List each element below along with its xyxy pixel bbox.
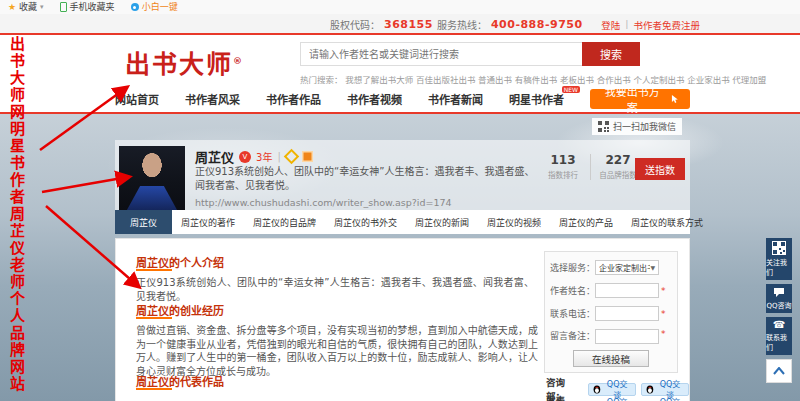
qr-code-icon [598, 121, 609, 132]
index-rank-stat: 113 指数排行 [541, 153, 585, 180]
experience-section-title: 周芷仪的创业经历 [136, 302, 224, 318]
publish-plan-button[interactable]: 我要出书方案 [590, 89, 690, 109]
hot-search-line: 热门搜索： 我想了解出书大师 百佳出版社出书 普通出书 有稿件出书 老板出书 合… [300, 73, 766, 85]
index-rank-label: 指数排行 [541, 169, 585, 180]
nav-item-star-authors-label: 明星书作者 [509, 94, 564, 107]
author-name: 周芷仪 [195, 147, 234, 166]
site-logo[interactable]: 出书大师® [125, 44, 242, 80]
works-section-title: 周芷仪的代表作品 [136, 373, 224, 389]
register-link[interactable]: 书作者免费注册 [633, 18, 700, 32]
brand-index-stat: 227 自品牌指数 [596, 153, 640, 180]
search-bar: 搜索 [300, 42, 640, 66]
submit-button[interactable]: 在线投稿 [573, 350, 649, 367]
search-input[interactable] [300, 42, 582, 66]
tab-videos[interactable]: 周芷仪的视频 [478, 210, 550, 234]
inquiry-form: 选择服务： 企业家定制出书 ▼ 作者姓名： * 联系电话： * [544, 251, 678, 373]
tab-self-brand[interactable]: 周芷仪的自品牌 [244, 210, 325, 234]
note-field-label: 留言备注： [549, 329, 595, 342]
contact-us-label: 联系我们 [766, 332, 792, 352]
contact-us-widget[interactable]: ☎ 联系我们 [766, 317, 792, 355]
works-section-underline [136, 388, 172, 390]
floating-widgets: 关注我们 QQ咨询 ☎ 联系我们 [766, 238, 792, 383]
tab-products[interactable]: 周芷仪的产品 [550, 210, 622, 234]
publish-dept-label: 发表部： [546, 393, 583, 401]
publish-dept-row: 发表部： QQ交谈 QQ交谈 [546, 393, 689, 401]
bookmark-favorite-label: 收藏 [19, 0, 37, 14]
author-motto: 正仪913系统创始人、团队中的“幸运女神”人生格言：遇我者丰、我遇者盛、闻我者富… [195, 165, 540, 193]
circle-app-icon [131, 3, 139, 11]
hotline-value: 400-888-9750 [491, 18, 583, 31]
bookmark-mobile-folder-label: 手机收藏夹 [70, 0, 115, 14]
nav-item-author-videos[interactable]: 书作者视频 [347, 91, 402, 107]
company-info: 股权代码： 368155 服务热线： 400-888-9750 [330, 17, 583, 32]
qq-consult-widget[interactable]: QQ咨询 [766, 284, 792, 313]
bookmark-favorite[interactable]: ★ 收藏 ▾ [8, 0, 44, 14]
bookmark-xiaobai[interactable]: 小白一键 [131, 0, 178, 14]
author-name-field[interactable] [595, 283, 659, 298]
bookmark-mobile-folder[interactable]: 手机收藏夹 [60, 0, 115, 14]
stats-divider [590, 154, 591, 180]
account-links: 登陆 | 书作者免费注册 [601, 18, 700, 32]
mobile-phone-icon [60, 2, 67, 12]
chat-bubble-icon [773, 287, 785, 298]
wechat-scan-tip-label: 扫一扫加我微信 [613, 120, 676, 133]
hot-search-keywords[interactable]: 我想了解出书大师 百佳出版社出书 普通出书 有稿件出书 老板出书 合作出书 个人… [345, 75, 766, 85]
service-select[interactable]: 企业家定制出书 ▼ [595, 260, 659, 275]
phone-field[interactable] [595, 306, 659, 321]
required-mark: * [661, 286, 666, 296]
wechat-scan-tip[interactable]: 扫一扫加我微信 [592, 118, 682, 135]
years-badge: 3年 [256, 149, 272, 164]
note-field[interactable] [595, 329, 659, 344]
medal-badge-icon [302, 151, 313, 162]
nav-item-author-news[interactable]: 书作者新闻 [428, 91, 483, 107]
main-nav: 网站首页 书作者风采 书作者作品 书作者视频 书作者新闻 明星书作者NEW 我要… [0, 86, 800, 114]
follow-us-widget[interactable]: 关注我们 [766, 238, 792, 280]
back-to-top-button[interactable] [766, 359, 792, 383]
qr-code-icon [772, 241, 786, 255]
login-link[interactable]: 登陆 [601, 18, 620, 32]
required-mark: * [661, 309, 666, 319]
logo-text: 出书大师 [125, 50, 233, 79]
nav-item-author-style[interactable]: 书作者风采 [185, 91, 240, 107]
browser-bookmarks-bar: ★ 收藏 ▾ 手机收藏夹 小白一键 [0, 0, 800, 15]
banner-background: 扫一扫加我微信 周芷仪 V 3年 | 正仪913系统创始人、团队中的“幸运女神”… [0, 114, 800, 401]
experience-section-underline [136, 317, 172, 319]
hand-cursor-icon [669, 94, 680, 105]
badge-divider: | [277, 151, 280, 162]
publish-plan-label: 我要出书方案 [600, 83, 664, 115]
phone-icon: ☎ [773, 320, 785, 330]
chevron-down-icon: ▼ [650, 264, 655, 271]
author-stats: 113 指数排行 227 自品牌指数 [541, 153, 640, 180]
author-page-url[interactable]: http://www.chushudashi.com/writer_show.a… [195, 197, 452, 208]
brand-index-label: 自品牌指数 [596, 169, 640, 180]
author-name-row: 周芷仪 V 3年 | [195, 147, 313, 166]
annotation-vertical-text: 出书大师网明星书作者周芷仪老师个人品牌网站 [6, 36, 27, 393]
tab-profile[interactable]: 周芷仪 [115, 210, 172, 234]
registered-mark: ® [233, 56, 242, 66]
nav-item-author-works[interactable]: 书作者作品 [266, 91, 321, 107]
tab-books[interactable]: 周芷仪的著作 [172, 210, 244, 234]
top-info-bar: 股权代码： 368155 服务热线： 400-888-9750 登陆 | 书作者… [0, 14, 800, 34]
new-badge: NEW [562, 86, 580, 93]
page: ★ 收藏 ▾ 手机收藏夹 小白一键 股权代码： 368155 服务热线： 400… [0, 0, 800, 401]
tab-news[interactable]: 周芷仪的新闻 [406, 210, 478, 234]
star-icon: ★ [8, 0, 16, 14]
nav-item-star-authors[interactable]: 明星书作者NEW [509, 91, 564, 107]
link-divider: | [625, 18, 628, 32]
site-header: 出书大师® 搜索 热门搜索： 我想了解出书大师 百佳出版社出书 普通出书 有稿件… [0, 35, 800, 86]
qq-chat-label: QQ交谈 [656, 396, 684, 401]
qq-consult-label: QQ咨询 [766, 300, 791, 310]
brand-index-value: 227 [596, 153, 640, 167]
tab-contact[interactable]: 周芷仪的联系方式 [622, 210, 712, 234]
tab-book-diplomacy[interactable]: 周芷仪的书外交 [325, 210, 406, 234]
search-button[interactable]: 搜索 [582, 42, 640, 66]
vip-badge-icon: V [239, 151, 251, 163]
service-select-value: 企业家定制出书 [599, 262, 650, 273]
stock-code-label: 股权代码： [330, 17, 380, 32]
index-rank-value: 113 [541, 153, 585, 167]
send-index-button[interactable]: 送指数 [635, 158, 685, 180]
caret-down-icon: ▾ [40, 0, 44, 14]
nav-item-home[interactable]: 网站首页 [115, 91, 159, 107]
chevron-up-icon [773, 367, 785, 375]
follow-us-label: 关注我们 [766, 257, 792, 277]
